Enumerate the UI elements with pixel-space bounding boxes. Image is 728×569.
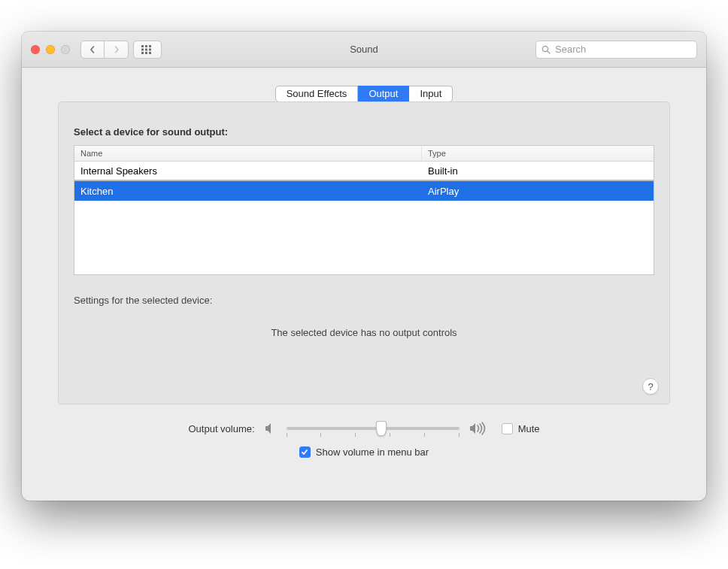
svg-rect-8	[149, 52, 151, 54]
slider-thumb[interactable]	[376, 421, 387, 436]
tab-sound-effects[interactable]: Sound Effects	[275, 86, 359, 102]
minimize-window-button[interactable]	[46, 45, 55, 54]
show-volume-menubar-row[interactable]: Show volume in menu bar	[299, 446, 429, 458]
zoom-window-button[interactable]	[61, 45, 70, 54]
toolbar-nav	[80, 41, 162, 59]
search-field[interactable]: Search	[535, 41, 697, 59]
content-area: Sound Effects Output Input Select a devi…	[22, 68, 706, 465]
question-mark-icon: ?	[648, 381, 653, 392]
grid-icon	[141, 45, 153, 54]
titlebar: Sound Search	[22, 32, 706, 68]
volume-max-icon	[469, 422, 488, 435]
device-name: Internal Speakers	[74, 165, 422, 177]
search-placeholder: Search	[555, 44, 586, 55]
svg-rect-1	[145, 45, 147, 47]
chevron-left-icon	[89, 46, 96, 53]
device-type: AirPlay	[422, 186, 654, 197]
device-type: Built-in	[422, 165, 654, 177]
device-name: Kitchen	[74, 186, 422, 197]
help-button[interactable]: ?	[642, 378, 659, 395]
select-device-heading: Select a device for sound output:	[74, 126, 654, 138]
device-table-header: Name Type	[74, 146, 654, 162]
tab-output[interactable]: Output	[358, 86, 409, 102]
output-volume-row: Output volume:	[188, 419, 539, 437]
device-table-body: Internal Speakers Built-in Kitchen AirPl…	[74, 162, 654, 274]
svg-rect-3	[141, 48, 144, 50]
sound-preferences-window: Sound Search Sound Effects Output Input …	[22, 32, 706, 501]
search-icon	[541, 45, 551, 54]
output-volume-label: Output volume:	[188, 423, 254, 434]
back-button[interactable]	[80, 41, 105, 59]
svg-rect-2	[149, 45, 151, 47]
svg-rect-7	[145, 52, 147, 54]
output-panel: Select a device for sound output: Name T…	[58, 101, 670, 404]
mute-checkbox[interactable]	[502, 423, 513, 434]
nav-segment	[80, 41, 129, 59]
svg-rect-5	[149, 48, 151, 50]
device-row-kitchen[interactable]: Kitchen AirPlay	[74, 181, 654, 201]
mute-checkbox-row[interactable]: Mute	[502, 423, 540, 434]
column-header-type[interactable]: Type	[422, 146, 654, 161]
svg-rect-6	[141, 52, 144, 54]
footer-controls: Output volume:	[58, 419, 670, 458]
svg-line-10	[548, 51, 550, 53]
window-traffic-lights	[31, 45, 70, 54]
tab-segment: Sound Effects Output Input	[58, 86, 670, 102]
forward-button[interactable]	[105, 41, 129, 59]
slider-ticks	[287, 433, 460, 437]
checkmark-icon	[301, 449, 308, 456]
svg-rect-0	[141, 45, 144, 47]
chevron-right-icon	[113, 46, 120, 53]
no-output-controls-message: The selected device has no output contro…	[74, 327, 654, 392]
volume-min-icon	[264, 422, 278, 434]
svg-point-9	[542, 46, 548, 51]
mute-label: Mute	[518, 423, 540, 434]
svg-rect-4	[145, 48, 147, 50]
slider-track	[287, 427, 460, 430]
close-window-button[interactable]	[31, 45, 40, 54]
show-volume-menubar-label: Show volume in menu bar	[316, 446, 429, 458]
show-all-button[interactable]	[133, 41, 162, 59]
output-volume-slider[interactable]	[287, 419, 460, 437]
column-header-name[interactable]: Name	[74, 146, 422, 161]
settings-for-device-label: Settings for the selected device:	[74, 295, 654, 306]
tab-input[interactable]: Input	[409, 86, 453, 102]
output-device-table: Name Type Internal Speakers Built-in Kit…	[74, 145, 654, 275]
device-row-internal-speakers[interactable]: Internal Speakers Built-in	[74, 162, 654, 181]
show-volume-menubar-checkbox[interactable]	[299, 446, 311, 458]
